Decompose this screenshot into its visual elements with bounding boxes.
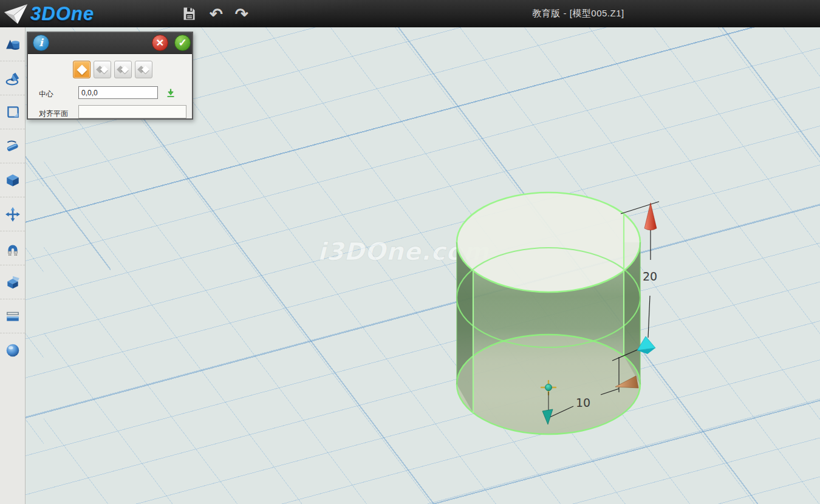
center-label: 中心 (39, 89, 53, 100)
app-logo: 3DOne (4, 1, 94, 27)
sweep-icon (5, 138, 21, 154)
confirm-button[interactable]: ✓ (174, 35, 191, 51)
mode-4-button[interactable] (135, 61, 152, 78)
center-input[interactable] (78, 86, 158, 99)
diamond-icon (77, 65, 87, 75)
sidebar-item-sketch-plane[interactable] (0, 95, 25, 129)
dialog-header[interactable]: i × ✓ (28, 33, 192, 54)
redo-icon: ↷ (235, 6, 248, 22)
mode-3-button[interactable] (114, 61, 132, 78)
save-icon (181, 5, 197, 22)
cylinder-dialog: i × ✓ (27, 32, 193, 120)
mode-2-button[interactable] (94, 61, 111, 78)
tool-sidebar (0, 27, 26, 504)
undo-icon: ↶ (210, 6, 223, 22)
sidebar-item-sweep[interactable] (0, 129, 25, 163)
mode-center-radius-height-button[interactable] (73, 61, 91, 78)
sidebar-item-primitive-shapes[interactable] (0, 27, 25, 61)
app-window: 3DOne ↶ ↷ 教育版 - [模型005.Z1] (0, 0, 820, 504)
title-bar: 3DOne ↶ ↷ 教育版 - [模型005.Z1] (0, 0, 820, 28)
magnet-icon (5, 240, 21, 256)
render-sphere-icon (5, 342, 21, 358)
cancel-button[interactable]: × (152, 35, 168, 51)
sidebar-item-combine[interactable] (0, 265, 25, 299)
height-dimension-label[interactable]: 20 (643, 270, 657, 283)
sidebar-item-render-sphere[interactable] (0, 333, 25, 367)
combine-box-icon (5, 274, 21, 290)
align-plane-input[interactable] (78, 105, 186, 118)
sketch-pencil-icon (5, 70, 21, 86)
close-icon: × (156, 36, 163, 49)
brand-name: 3DOne (30, 3, 94, 25)
sidebar-item-magnet-snap[interactable] (0, 231, 25, 265)
align-plane-label: 对齐平面 (39, 109, 68, 119)
sidebar-item-section[interactable] (0, 299, 25, 333)
undo-button[interactable]: ↶ (208, 5, 224, 23)
sidebar-item-move[interactable] (0, 197, 25, 231)
sidebar-item-feature-cube[interactable] (0, 163, 25, 197)
sketch-plane-icon (5, 104, 21, 120)
window-title: 教育版 - [模型005.Z1] (518, 8, 639, 19)
save-button[interactable] (180, 4, 199, 23)
quick-toolbar: ↶ ↷ (180, 0, 250, 27)
feature-cube-icon (5, 172, 21, 188)
info-button[interactable]: i (33, 35, 49, 51)
check-icon: ✓ (178, 38, 186, 48)
mode-row (73, 61, 152, 78)
section-slab-icon (5, 308, 21, 324)
primitive-shapes-icon (5, 36, 21, 52)
radius-dimension-label[interactable]: 10 (576, 396, 590, 409)
info-icon: i (39, 38, 43, 48)
dialog-body: 中心 对齐平面 (28, 54, 192, 120)
redo-button[interactable]: ↷ (234, 5, 250, 23)
sidebar-item-sketch[interactable] (0, 61, 25, 95)
move-arrows-icon (5, 206, 21, 222)
height-arrow-handle[interactable] (644, 203, 657, 230)
pick-point-icon[interactable] (165, 87, 176, 98)
paper-plane-logo-icon (4, 2, 28, 26)
